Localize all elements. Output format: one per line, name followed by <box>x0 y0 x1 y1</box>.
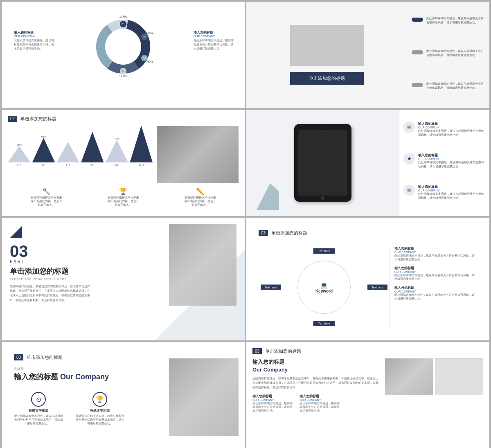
bar-shape-6 <box>130 126 153 162</box>
slide8-mini-1: 输入您的标题 OUR COMPANY 启示添加详细文本描述，建议与标题相关并符合… <box>252 394 293 412</box>
slide5-subtitle: PLEASE ADD YOUR TITTLE HERE <box>10 278 236 281</box>
svg-text:40%: 40% <box>119 15 127 19</box>
slide8-input-title: 输入您的标题 <box>252 358 379 366</box>
kw-box-left: Text here <box>261 285 281 290</box>
slide5-body: 您的内容打在这里，或者通过复制您的文本后，在此处单击选择粘贴，并选择匹保留文字。… <box>10 284 92 302</box>
bar-shape-1 <box>8 146 31 162</box>
feature-title-1: 输入您的标题 <box>418 122 485 126</box>
feature-sub-1: OUR COMPANY <box>418 126 485 129</box>
feature-text-2: 输入您的标题 OUR COMPANY 此处添加详细文本描述，建议与标题相关并符合… <box>418 153 485 169</box>
slide8-our-company: Our Company <box>252 367 379 373</box>
slide8-photos <box>385 358 483 412</box>
feature-body-1: 此处添加详细文本描述，建议与标题相关并符合整体话风格，请水填进尽量完整生动。 <box>418 129 485 137</box>
slide1-right-body: 此处添加详细文本描述，建议与标题相关并符合整体话风格，请水填进尽量完整生动。 <box>194 39 234 50</box>
pill-icon-1 <box>412 18 423 22</box>
slide2-icon-text-2: 此处添加详细文本描述，建议与标题相关并符合整体话风格，请水填进尽量完整生动。 <box>426 49 485 57</box>
desc-body-2: 此处添加详细文本描述，建议与标题相关并符合整体话风格，请水填进尽量完整生动。 <box>394 273 477 281</box>
envelope-icon-1: ✉ <box>403 122 415 133</box>
slide2-icon-text-1: 此处添加详细文本描述，建议与标题相关并符合整体话风格，请水填进尽量完整生动。 <box>426 16 485 25</box>
slide2-button[interactable]: 单击添加您的标题 <box>290 72 364 85</box>
tablet-camera <box>322 127 324 129</box>
bar-3: 8月 <box>56 142 79 167</box>
bar-shape-2 <box>32 138 55 162</box>
feat-body-1: 此处添加详细文本描述，建议与标题相关对等材料不用完整放水填空，请水填进尽量完整生… <box>14 414 63 425</box>
slide1-info-right: 输入您的标题 OUR COMPANY 此处添加详细文本描述，建议与标题相关并符合… <box>194 30 234 51</box>
svg-text:01: 01 <box>122 23 125 26</box>
slide-7: 03 单击添加您的标题 副标题 输入您的标题 Our Company ⊙ 链接文… <box>2 342 245 448</box>
trophy-icon: 🏆 <box>119 187 127 195</box>
desc-sub-3: OUR COMPANY <box>394 290 477 293</box>
slide-2: 单击添加您的标题 此处添加详细文本描述，建议与标题相关并符合整体话风格，请水填进… <box>246 2 489 108</box>
slide4-feature-3: ✉ 输入您的标题 OUR COMPANY 此处添加详细文本描述，建议与标题相关并… <box>403 185 485 200</box>
svg-text:02: 02 <box>143 36 146 38</box>
svg-text:50%: 50% <box>146 31 153 35</box>
slide-5: 03 PART 单击添加您的标题 PLEASE ADD YOUR TITTLE … <box>2 218 245 340</box>
mini-sub-2: OUR COMPANY <box>300 398 340 401</box>
slide8-title: 单击添加您的标题 <box>265 348 301 354</box>
feature-title-2: 输入您的标题 <box>418 153 485 158</box>
desc-title-1: 输入您的标题 <box>394 246 477 251</box>
bar-1: 38% 5月 <box>8 144 31 167</box>
slide7-title: 单击添加您的标题 <box>27 354 63 360</box>
donut-chart: 40% 50% 70% 30% 01 02 03 04 <box>90 14 156 79</box>
desc-sub-1: OUR COMPANY <box>394 251 477 254</box>
blue-triangle <box>10 226 22 238</box>
slide-6: 03 单击添加您的标题 💻 Keyword Text here Text her… <box>246 218 489 340</box>
slide4-feature-1: ✉ 输入您的标题 OUR COMPANY 此处添加详细文本描述，建议与标题相关并… <box>403 122 485 137</box>
slide2-gray-rect <box>290 25 364 66</box>
slide1-info-left: 输入您的标题 OUR COMPANY 此处添加详细文本描述，建议与标题相关并符合… <box>14 30 55 51</box>
slide2-icon-text-3: 此处添加详细文本描述，建议与标题相关并符合整体话风格，请水填进尽量完整生动。 <box>426 82 485 90</box>
mini-title-1: 输入您的标题 <box>252 394 293 398</box>
mini-body-2: 启示添加详细文本描述，建议与标题相关并符合整体话，请水填进尽量完整生动。 <box>300 401 340 412</box>
slide8-photo-1 <box>385 358 433 395</box>
pencil-icon: ✏️ <box>196 187 204 195</box>
svg-text:30%: 30% <box>119 74 127 78</box>
desc-sub-2: OUR COMPANY <box>394 270 477 273</box>
slide8-mini-descs: 输入您的标题 OUR COMPANY 启示添加详细文本描述，建议与标题相关并符合… <box>252 394 379 412</box>
tablet-screen <box>298 130 347 196</box>
circle-icon-1: ⊙ <box>31 392 46 407</box>
slide-1: 输入您的标题 OUR COMPANY 此处添加详细文本描述，建议与标题相关并符合… <box>2 2 245 108</box>
slide2-left: 单击添加您的标题 <box>246 2 408 108</box>
slide-3: 02 单击添加您的标题 38% 5月 60% 7月 <box>2 110 245 216</box>
feat-title-2: 标题文字添加 <box>90 408 110 413</box>
slide4-device-area <box>246 110 399 216</box>
desc-body-3: 此处添加详细文本描述，建议与标题相关并符合整体话风格，请水填进尽量完整生动。 <box>394 293 477 300</box>
slide7-heading1: 输入您的标题 <box>14 373 58 381</box>
slide-4: ✉ 输入您的标题 OUR COMPANY 此处添加详细文本描述，建议与标题相关并… <box>246 110 489 216</box>
star-icon: ★ <box>403 153 415 164</box>
mini-sub-1: OUR COMPANY <box>252 398 293 401</box>
slide2-icon-row-2: 此处添加详细文本描述，建议与标题相关并符合整体话风格，请水填进尽量完整生动。 <box>412 49 485 57</box>
slide5-num: 03 <box>10 243 236 259</box>
pill-icon-2 <box>412 50 423 54</box>
keyword-label: Keyword <box>315 289 333 293</box>
slide8-num: 03 <box>252 348 262 354</box>
slide-8: 03 单击添加您的标题 输入您的标题 Our Company 您的内容打在这里，… <box>246 342 489 448</box>
slide5-content: 03 PART 单击添加您的标题 PLEASE ADD YOUR TITTLE … <box>2 218 245 311</box>
slide1-left-sub: OUR COMPANY <box>14 35 55 38</box>
slide3-header: 02 单击添加您的标题 <box>8 116 239 122</box>
slide3-icon-text-1: 双击鼠标选择文本框并删除不需要的内容，然后开始真正输入。 <box>30 196 63 207</box>
bar-shape-4 <box>81 132 104 162</box>
svg-text:03: 03 <box>143 57 146 60</box>
svg-point-5 <box>105 29 141 65</box>
slide5-title: 单击添加您的标题 <box>10 266 236 276</box>
slide3-icon-text-3: 双击鼠标选择文本框并删除不需要的内容，然后开始真正输入。 <box>184 196 216 207</box>
slide4-feature-2: ★ 输入您的标题 OUR COMPANY 此处添加详细文本描述，建议与标题相关并… <box>403 153 485 169</box>
slide8-photo-row <box>385 358 483 395</box>
slide8-mini-2: 输入您的标题 OUR COMPANY 启示添加详细文本描述，建议与标题相关并符合… <box>300 394 340 412</box>
desc-title-2: 输入您的标题 <box>394 266 477 270</box>
envelope-icon-2: ✉ <box>403 185 415 196</box>
slide6-num: 03 <box>259 230 268 236</box>
slide1-left-body: 此处添加详细文本描述，建议与标题相关并符合整体话风格，请水填进尽量完整生动。 <box>14 39 54 50</box>
wrench-icon: 🔧 <box>42 187 50 195</box>
bar-2: 60% 7月 <box>32 135 55 167</box>
desc-body-1: 此处添加详细文本描述，建议与标题相关并符合整体话风格，请水填进尽量完整生动。 <box>394 254 477 261</box>
mini-title-2: 输入您的标题 <box>300 394 340 398</box>
slide6-body: 💻 Keyword Text here Text here Text here … <box>259 246 477 328</box>
feature-title-3: 输入您的标题 <box>418 185 485 189</box>
tablet-home <box>321 196 324 200</box>
slide8-header: 03 单击添加您的标题 <box>252 348 483 354</box>
main-grid: 输入您的标题 OUR COMPANY 此处添加详细文本描述，建议与标题相关并符合… <box>0 0 491 448</box>
desc-title-3: 输入您的标题 <box>394 286 477 290</box>
